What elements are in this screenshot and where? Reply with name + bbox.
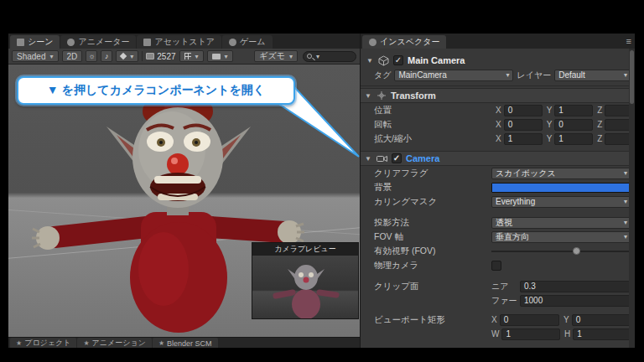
x-axis-label: X — [496, 120, 501, 129]
scene-viewport[interactable]: ▼ を押してカメラコンポーネントを開く カメラプレビュー — [8, 65, 360, 337]
tab-label: インスペクター — [380, 36, 439, 48]
camera-icon — [212, 54, 221, 59]
search-icon — [307, 54, 312, 59]
scale-y-field[interactable]: 1 — [554, 133, 593, 145]
tab-game[interactable]: ゲーム — [222, 35, 272, 49]
chevron-down-icon: ▾ — [502, 71, 509, 79]
gameobject-active-checkbox[interactable]: ✓ — [393, 55, 403, 65]
tab-label: アニメーター — [78, 36, 129, 48]
slider-thumb[interactable] — [573, 247, 580, 255]
camera-component-header[interactable]: ▼ ✓ Camera — [361, 151, 635, 166]
position-label: 位置 — [374, 105, 491, 116]
scene-icon — [17, 39, 24, 46]
chevron-down-icon: ▾ — [225, 53, 228, 60]
chevron-down-icon: ▾ — [289, 53, 293, 60]
culling-mask-row: カリングマスク Everything ▾ — [361, 194, 635, 209]
chevron-down-icon: ▾ — [49, 53, 53, 60]
divider — [361, 85, 635, 86]
scrollbar-thumb[interactable] — [630, 50, 634, 104]
chevron-down-icon: ▾ — [621, 233, 627, 240]
foldout-icon[interactable]: ▼ — [366, 57, 374, 65]
inspector-scrollbar[interactable] — [629, 49, 635, 348]
near-field[interactable]: 0.3 — [520, 281, 631, 292]
viewport-y-field[interactable]: 0 — [572, 314, 631, 326]
bottom-tabbar: ★ プロジェクト ★ アニメーション ★ Blender SCM — [8, 337, 360, 348]
inspector-icon — [369, 39, 377, 46]
audio-toggle-icon[interactable]: ♪ — [101, 50, 112, 62]
shading-mode-dropdown[interactable]: Shaded ▾ — [12, 50, 59, 62]
viewport-x-field[interactable]: 0 — [500, 314, 559, 326]
camera-enabled-checkbox[interactable]: ✓ — [392, 153, 402, 163]
y-axis-label: Y — [547, 106, 553, 115]
effects-dropdown[interactable]: ▾ — [116, 50, 138, 62]
background-color-field[interactable] — [491, 183, 631, 193]
inspector-tabbar: インスペクター ≡ — [361, 34, 635, 49]
position-y-field[interactable]: 1 — [554, 105, 593, 116]
tab-animator[interactable]: アニメーター — [60, 35, 136, 49]
fov-axis-row: FOV 軸 垂直方向 ▾ — [361, 230, 635, 244]
rotation-y-field[interactable]: 0 — [554, 119, 593, 131]
viewport-rect-label: ビューポート矩形 — [374, 314, 491, 326]
fov-axis-value: 垂直方向 — [496, 231, 529, 243]
physical-camera-row: 物理カメラ — [361, 258, 635, 272]
transform-header[interactable]: ▼ Transform — [361, 88, 635, 103]
viewport-w-field[interactable]: 1 — [501, 328, 560, 340]
unity-editor-window: シーン アニメーター アセットストア ゲーム Shaded ▾ 2D — [8, 34, 635, 348]
physical-camera-label: 物理カメラ — [374, 260, 491, 272]
projection-row: 投影方法 透視 ▾ — [361, 215, 635, 230]
chevron-down-icon: ▾ — [621, 198, 627, 205]
near-label: ニア — [491, 281, 520, 292]
chevron-down-icon: ▾ — [621, 71, 627, 79]
depth-field[interactable]: -1 — [491, 348, 631, 349]
rotation-row: 回転 X 0 Y 0 Z — [361, 117, 635, 132]
culling-mask-dropdown[interactable]: Everything ▾ — [491, 196, 631, 208]
tab-animation[interactable]: ★ アニメーション — [77, 338, 151, 348]
projection-dropdown[interactable]: 透視 ▾ — [491, 217, 631, 229]
scale-row: 拡大/縮小 X 1 Y 1 Z — [361, 132, 635, 146]
position-fields: X 0 Y 1 Z — [491, 105, 635, 116]
fov-axis-dropdown[interactable]: 垂直方向 ▾ — [491, 231, 631, 243]
tab-scene[interactable]: シーン — [10, 35, 60, 49]
gizmos-dropdown[interactable]: ギズモ ▾ — [254, 50, 298, 62]
gameobject-header: ▼ ✓ Main Camera — [361, 52, 635, 69]
background-label: 背景 — [374, 182, 491, 194]
2d-label: 2D — [67, 52, 78, 61]
chevron-down-icon: ▾ — [621, 169, 627, 177]
culling-mask-label: カリングマスク — [374, 196, 491, 208]
camera-preview-image — [252, 256, 358, 318]
culling-mask-value: Everything — [496, 197, 535, 206]
gameobject-name: Main Camera — [408, 55, 465, 65]
h-axis-label: H — [564, 329, 570, 339]
rotation-x-field[interactable]: 0 — [504, 119, 543, 131]
clear-flags-dropdown[interactable]: スカイボックス ▾ — [491, 168, 631, 179]
tab-project[interactable]: ★ プロジェクト — [10, 338, 76, 348]
viewport-h-field[interactable]: 1 — [573, 328, 631, 340]
2d-toggle-button[interactable]: 2D — [62, 50, 83, 62]
camera-settings-dropdown[interactable]: ▾ — [207, 50, 233, 62]
layer-dropdown[interactable]: Default ▾ — [554, 70, 631, 81]
clipping-planes-label: クリップ面 — [374, 281, 491, 292]
tab-inspector[interactable]: インスペクター — [362, 35, 446, 49]
scale-x-field[interactable]: 1 — [504, 133, 543, 145]
tag-dropdown[interactable]: MainCamera ▾ — [394, 70, 513, 81]
tab-label: アニメーション — [92, 338, 146, 348]
rotation-label: 回転 — [374, 119, 491, 131]
physical-camera-checkbox[interactable] — [491, 261, 501, 271]
tab-label: ゲーム — [240, 36, 265, 48]
cube-icon — [378, 55, 389, 66]
scene-search-input[interactable]: ▾ — [303, 51, 356, 62]
tab-label: シーン — [28, 36, 53, 48]
tab-blender-scm[interactable]: ★ Blender SCM — [153, 338, 218, 348]
lighting-toggle-icon[interactable]: ☼ — [86, 50, 97, 62]
fov-slider[interactable] — [491, 246, 631, 257]
tab-asset-store[interactable]: アセットストア — [137, 35, 221, 49]
far-field[interactable]: 1000 — [520, 295, 631, 307]
clipping-planes-row: クリップ面 ニア 0.3 — [361, 279, 635, 293]
menu-icon[interactable]: ≡ — [626, 36, 631, 46]
grid-visibility-dropdown[interactable]: ▾ — [179, 50, 204, 62]
foldout-icon[interactable]: ▼ — [364, 155, 372, 163]
camera-preview-panel: カメラプレビュー — [252, 242, 359, 319]
foldout-icon[interactable]: ▼ — [364, 92, 372, 100]
tab-label: Blender SCM — [167, 339, 212, 348]
position-x-field[interactable]: 0 — [504, 105, 543, 116]
